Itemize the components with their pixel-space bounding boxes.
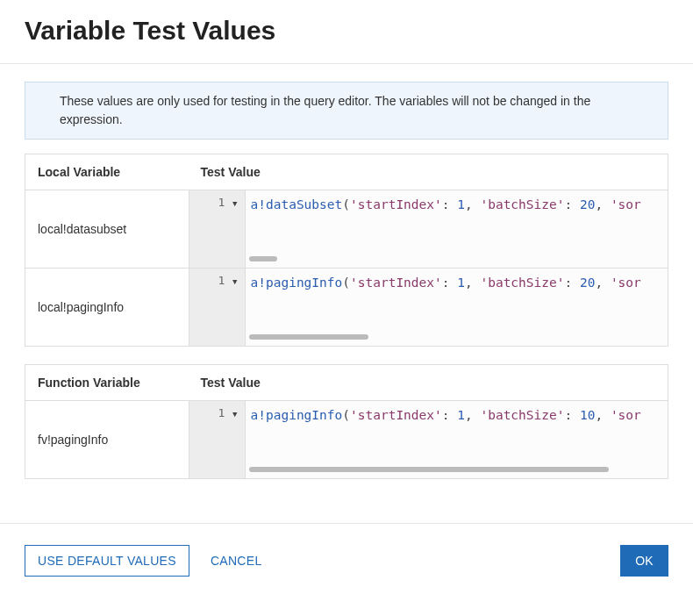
code-editor-cell: 1 ▼a!pagingInfo('startIndex': 1, 'batchS…	[189, 401, 668, 479]
dialog-body: These values are only used for testing i…	[0, 64, 693, 523]
table-row: local!datasubset1 ▼a!dataSubset('startIn…	[25, 190, 668, 269]
code-gutter: 1 ▼	[189, 190, 246, 268]
table-row: fv!pagingInfo1 ▼a!pagingInfo('startIndex…	[25, 401, 668, 479]
code-editor[interactable]: 1 ▼a!pagingInfo('startIndex': 1, 'batchS…	[189, 401, 668, 478]
scrollbar-thumb[interactable]	[249, 334, 368, 340]
code-editor[interactable]: 1 ▼a!pagingInfo('startIndex': 1, 'batchS…	[189, 269, 668, 346]
variable-name: fv!pagingInfo	[25, 401, 189, 479]
use-default-values-button[interactable]: USE DEFAULT VALUES	[25, 545, 189, 577]
code-gutter: 1 ▼	[189, 269, 246, 346]
page-title: Variable Test Values	[25, 16, 668, 46]
code-gutter: 1 ▼	[189, 401, 246, 478]
column-header-test-value: Test Value	[189, 365, 668, 401]
code-content[interactable]: a!pagingInfo('startIndex': 1, 'batchSize…	[246, 401, 668, 464]
column-header-variable: Local Variable	[25, 154, 189, 190]
dialog-footer: USE DEFAULT VALUES CANCEL OK	[0, 523, 693, 601]
column-header-test-value: Test Value	[189, 154, 668, 190]
code-editor[interactable]: 1 ▼a!dataSubset('startIndex': 1, 'batchS…	[189, 190, 668, 268]
variable-test-values-dialog: Variable Test Values These values are on…	[0, 0, 693, 601]
variable-table: Function VariableTest Valuefv!pagingInfo…	[25, 364, 668, 479]
scrollbar-thumb[interactable]	[249, 467, 609, 472]
info-banner: These values are only used for testing i…	[25, 82, 668, 140]
code-editor-cell: 1 ▼a!pagingInfo('startIndex': 1, 'batchS…	[189, 269, 668, 347]
variable-name: local!datasubset	[25, 190, 189, 269]
scrollbar-thumb[interactable]	[249, 256, 277, 261]
ok-button[interactable]: OK	[620, 545, 668, 577]
code-content[interactable]: a!dataSubset('startIndex': 1, 'batchSize…	[246, 190, 668, 254]
code-editor-cell: 1 ▼a!dataSubset('startIndex': 1, 'batchS…	[189, 190, 668, 269]
horizontal-scrollbar[interactable]	[249, 332, 665, 342]
column-header-variable: Function Variable	[25, 365, 189, 401]
cancel-button[interactable]: CANCEL	[198, 546, 275, 576]
fold-caret-icon[interactable]: ▼	[232, 199, 237, 208]
info-icon	[39, 94, 53, 107]
horizontal-scrollbar[interactable]	[249, 254, 665, 264]
code-content[interactable]: a!pagingInfo('startIndex': 1, 'batchSize…	[246, 269, 668, 332]
table-row: local!pagingInfo1 ▼a!pagingInfo('startIn…	[25, 269, 668, 347]
variable-table: Local VariableTest Valuelocal!datasubset…	[25, 154, 668, 347]
fold-caret-icon[interactable]: ▼	[232, 410, 237, 419]
fold-caret-icon[interactable]: ▼	[232, 277, 237, 286]
variable-name: local!pagingInfo	[25, 269, 189, 347]
dialog-header: Variable Test Values	[0, 0, 693, 64]
horizontal-scrollbar[interactable]	[249, 464, 665, 475]
info-banner-text: These values are only used for testing i…	[60, 92, 654, 129]
